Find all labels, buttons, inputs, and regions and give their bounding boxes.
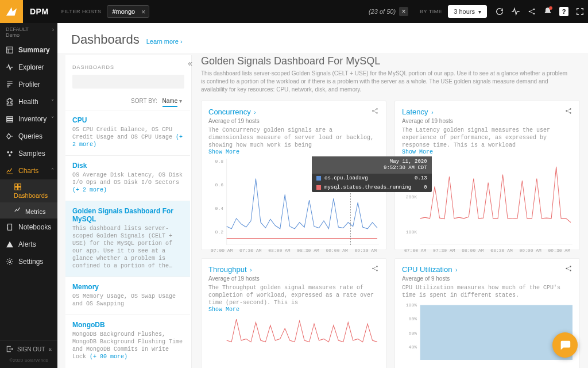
- sidebar-item-profiler[interactable]: Profiler: [0, 76, 57, 93]
- card-share-button[interactable]: [564, 264, 572, 274]
- org-selector[interactable]: DEFAULT Demo ›: [0, 23, 57, 41]
- more-link[interactable]: (+ 2 more): [72, 134, 183, 148]
- svg-point-7: [372, 110, 373, 112]
- card-title-link[interactable]: Concurrency ›: [208, 108, 256, 116]
- by-time-label: BY TIME: [414, 9, 448, 14]
- alerts-icon: [6, 240, 14, 248]
- charts-area[interactable]: Golden Signals Dashboard For MySQL This …: [192, 51, 588, 368]
- card-description: CPU Utilization measures how much of the…: [402, 284, 572, 299]
- card-subtitle: Average of 9 hosts: [402, 275, 572, 282]
- share-icon: [564, 264, 572, 273]
- collapse-panel-button[interactable]: «: [188, 59, 192, 68]
- sign-out-button[interactable]: SIGN OUT «: [6, 345, 52, 355]
- filter-tag-chip[interactable]: #mongo ×: [107, 5, 149, 18]
- copyright: ©2020 SolarWinds: [6, 355, 52, 363]
- throughput-card: Throughput › Average of 19 hosts The Thr…: [201, 258, 386, 368]
- sort-by[interactable]: SORT BY: Name ▾: [65, 95, 191, 110]
- card-share-button[interactable]: [371, 264, 379, 274]
- share-icon: [371, 107, 379, 115]
- refresh-button[interactable]: [492, 0, 508, 23]
- page-title: Dashboards: [71, 32, 140, 47]
- card-description: The Throughput golden signal measures ra…: [208, 284, 379, 306]
- svg-point-4: [10, 151, 13, 154]
- sidebar-item-inventory[interactable]: Inventory˅: [0, 110, 57, 128]
- brand-logo[interactable]: [0, 0, 23, 23]
- clear-filter-button[interactable]: ×: [399, 7, 408, 16]
- concurrency-chart[interactable]: 0.80.60.40.2 07:00 AM07:30 AM08:00 AM08:…: [208, 159, 379, 245]
- fullscreen-button[interactable]: [572, 0, 588, 23]
- throughput-chart[interactable]: [208, 316, 379, 368]
- notifications-button[interactable]: [540, 0, 556, 23]
- sidebar-item-charts[interactable]: Charts˄: [0, 162, 57, 179]
- svg-point-8: [376, 108, 377, 109]
- chevron-up-icon: ˄: [51, 167, 54, 174]
- card-share-button[interactable]: [371, 107, 379, 117]
- show-more-link[interactable]: Show More: [208, 149, 379, 155]
- sign-out-label: SIGN OUT: [17, 346, 45, 352]
- chat-icon: [559, 339, 571, 351]
- filter-hosts-label: FILTER HOSTS: [56, 9, 107, 14]
- svg-point-0: [529, 11, 531, 13]
- notebooks-icon: [6, 223, 14, 231]
- card-title-link[interactable]: Throughput ›: [208, 265, 252, 274]
- dashboard-item-title: CPU: [72, 116, 183, 124]
- chat-fab[interactable]: [552, 332, 578, 358]
- dashboard-search-input[interactable]: [72, 75, 184, 89]
- dashboards-label: DASHBOARDS: [65, 61, 191, 75]
- svg-point-21: [570, 266, 571, 267]
- host-count: (23 of 50): [365, 8, 399, 15]
- streaming-button[interactable]: [508, 0, 524, 23]
- chevron-down-icon: ▾: [478, 9, 481, 15]
- inventory-icon: [6, 115, 14, 123]
- sidebar-item-samples[interactable]: Samples: [0, 145, 57, 162]
- sort-by-value: Name: [163, 98, 178, 107]
- sidebar-item-settings[interactable]: Settings: [0, 253, 57, 270]
- sidebar-item-alerts[interactable]: Alerts: [0, 236, 57, 253]
- dashboard-list-item[interactable]: MemoryOS Memory Usage, OS Swap Usage and…: [65, 277, 190, 315]
- dashboard-list-item[interactable]: CPUOS CPU Credit Balance, OS CPU Credit …: [65, 110, 190, 155]
- svg-point-19: [376, 270, 377, 271]
- dashboard-list-item[interactable]: Golden Signals Dashboard For MySQLThis d…: [65, 201, 190, 277]
- close-icon[interactable]: ×: [141, 8, 145, 16]
- svg-point-5: [9, 154, 11, 156]
- concurrency-card: Concurrency › Average of 19 hosts The Co…: [201, 101, 386, 250]
- card-share-button[interactable]: [564, 107, 572, 117]
- org-name: DEFAULT: [6, 26, 52, 32]
- sidebar-item-health[interactable]: Health˅: [0, 93, 57, 110]
- chevron-right-icon: ›: [254, 109, 256, 116]
- more-link[interactable]: (+ 2 more): [72, 187, 107, 193]
- card-title-link[interactable]: CPU Utilization ›: [402, 265, 457, 274]
- summary-icon: [6, 46, 14, 54]
- dashboard-item-desc: OS Average Disk Latency, OS Disk I/O Ops…: [72, 171, 183, 194]
- chevron-right-icon: ›: [455, 267, 457, 273]
- sidebar-item-notebooks[interactable]: Notebooks: [0, 218, 57, 236]
- dashboard-list[interactable]: CPUOS CPU Credit Balance, OS CPU Credit …: [65, 110, 191, 368]
- share-button[interactable]: [524, 0, 540, 23]
- help-button[interactable]: ?: [556, 0, 572, 23]
- refresh-icon: [495, 7, 504, 16]
- sidebar-item-summary[interactable]: Summary: [0, 41, 57, 59]
- page-header: Dashboards Learn more ›: [57, 23, 588, 53]
- dashboard-list-item[interactable]: DiskOS Average Disk Latency, OS Disk I/O…: [65, 155, 190, 201]
- show-more-link[interactable]: Show More: [208, 306, 379, 313]
- card-title-link[interactable]: Latency ›: [402, 108, 434, 116]
- cpu-chart[interactable]: 100%80%60%40%: [402, 302, 572, 360]
- share-icon: [371, 264, 379, 273]
- learn-more-link[interactable]: Learn more ›: [146, 38, 183, 45]
- chevron-collapse-icon[interactable]: «: [48, 346, 52, 352]
- pulse-icon: [511, 7, 520, 16]
- share-icon: [564, 107, 572, 115]
- dashboard-item-title: Golden Signals Dashboard For MySQL: [72, 207, 183, 223]
- more-link[interactable]: (+ 80 more): [90, 354, 127, 360]
- sidebar-sub-metrics[interactable]: Metrics: [0, 202, 57, 218]
- sidebar-item-explorer[interactable]: Explorer: [0, 59, 57, 76]
- sidebar-sub-dashboards[interactable]: Dashboards: [0, 179, 57, 202]
- show-more-link[interactable]: Show More: [402, 149, 572, 155]
- sidebar-item-queries[interactable]: Queries: [0, 128, 57, 145]
- time-range-select[interactable]: 3 hours ▾: [448, 5, 487, 18]
- topbar: DPM FILTER HOSTS #mongo × (23 of 50) × B…: [0, 0, 588, 23]
- dashboard-list-item[interactable]: MongoDBMongoDB Background Flushes, Mongo…: [65, 315, 190, 367]
- svg-point-18: [376, 266, 377, 267]
- main: Dashboards Learn more › « DASHBOARDS SOR…: [57, 23, 588, 368]
- charts-icon: [6, 167, 14, 175]
